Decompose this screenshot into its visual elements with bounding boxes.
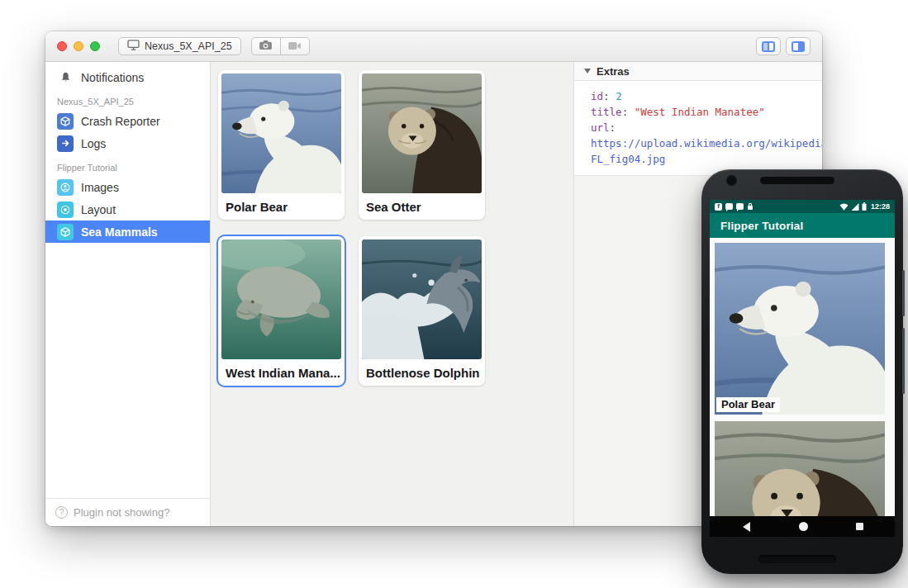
sidebar-item-label: Images: [81, 181, 119, 194]
battery-icon: [862, 200, 867, 214]
sea-mammals-grid: Polar Bear: [211, 62, 574, 526]
lock-icon: [747, 200, 753, 214]
capture-button-group: [251, 37, 310, 55]
message-notification-icon: [725, 203, 733, 210]
sidebar-item-images[interactable]: Images: [45, 176, 210, 198]
sidebar-item-label: Logs: [81, 137, 106, 150]
chevron-down-icon: [584, 69, 591, 74]
bottom-speaker-grille: [758, 555, 836, 563]
device-selector-button[interactable]: Nexus_5X_API_25: [118, 37, 241, 55]
sidebar-item-label: Crash Reporter: [81, 115, 160, 128]
traffic-lights: [57, 41, 100, 51]
camera-icon: [259, 40, 273, 53]
bell-icon: [57, 69, 74, 86]
earpiece-speaker: [760, 177, 834, 184]
sidebar-section-device: Nexus_5X_API_25: [45, 88, 210, 110]
android-nav-bar: [710, 516, 895, 537]
card-title: West Indian Mana...: [218, 359, 345, 380]
polar-bear-image: [221, 74, 341, 193]
cellular-signal-icon: [851, 200, 859, 214]
target-icon: [57, 202, 74, 218]
device-selector-label: Nexus_5X_API_25: [145, 40, 232, 52]
help-icon: ?: [55, 506, 68, 519]
volume-rocker: [902, 328, 905, 394]
screen-record-button[interactable]: [280, 37, 310, 55]
card-sea-otter[interactable]: Sea Otter: [359, 70, 485, 220]
sidebar-item-layout[interactable]: Layout: [45, 198, 210, 220]
facebook-app-icon: f: [715, 203, 722, 211]
back-button[interactable]: [738, 522, 750, 532]
card-west-indian-manatee[interactable]: West Indian Mana...: [218, 236, 345, 386]
toggle-right-sidebar-button[interactable]: [786, 37, 811, 55]
power-button: [902, 270, 905, 316]
manatee-image: [221, 239, 341, 359]
code-line-url-value: https://upload.wikimedia.org/wikipedia/c…: [591, 135, 822, 151]
sidebar-item-logs[interactable]: Logs: [45, 132, 210, 154]
phone-app-content: Polar Bear: [710, 238, 895, 537]
sidebar-item-notifications[interactable]: Notifications: [45, 66, 210, 88]
arrow-right-icon: [57, 135, 74, 152]
sidebar-item-sea-mammals[interactable]: Sea Mammals: [45, 220, 210, 243]
person-circle-icon: [57, 179, 74, 196]
code-line-title: title: "West Indian Manatee": [591, 104, 822, 120]
android-status-bar: f 12:28: [710, 200, 895, 213]
phone-polar-bear-image[interactable]: Polar Bear: [715, 243, 885, 415]
sidebar-item-label: Sea Mammals: [81, 225, 158, 239]
card-polar-bear[interactable]: Polar Bear: [218, 70, 345, 220]
android-app-bar: Flipper Tutorial: [710, 213, 895, 238]
left-panel-icon: [762, 41, 775, 52]
panel-toggle-group: [756, 37, 811, 55]
sidebar-item-label: Layout: [81, 203, 116, 216]
right-panel-icon: [792, 41, 805, 52]
card-title: Sea Otter: [359, 193, 485, 214]
data-inspector[interactable]: id: 2title: "West Indian Manatee"url: ht…: [574, 81, 822, 176]
card-title: Bottlenose Dolphin: [359, 359, 485, 380]
cube-icon: [57, 224, 74, 240]
plugin-sidebar: Notifications Nexus_5X_API_25 Crash Repo…: [45, 62, 211, 526]
sidebar-item-crash-reporter[interactable]: Crash Reporter: [45, 110, 210, 132]
plugin-help-label: Plugin not showing?: [74, 506, 169, 519]
cube-icon: [57, 113, 74, 130]
home-button[interactable]: [799, 522, 808, 531]
card-title: Polar Bear: [218, 193, 345, 214]
window-titlebar: Nexus_5X_API_25: [45, 31, 822, 62]
plugin-help-link[interactable]: ? Plugin not showing?: [45, 498, 210, 526]
code-line-url-value-2: FL_fig04.jpg: [591, 151, 822, 167]
app-bar-title: Flipper Tutorial: [720, 220, 803, 232]
code-line-id: id: 2: [591, 88, 822, 104]
zoom-button[interactable]: [90, 41, 100, 51]
dolphin-image: [362, 239, 482, 359]
recents-button[interactable]: [856, 523, 863, 530]
message-notification-icon: [736, 203, 744, 210]
toggle-left-sidebar-button[interactable]: [756, 37, 781, 55]
android-phone: f 12:28 Flipper Tutorial: [701, 169, 903, 574]
extras-header[interactable]: Extras: [574, 62, 822, 81]
phone-card-label: Polar Bear: [716, 397, 780, 412]
monitor-icon: [127, 40, 140, 53]
close-button[interactable]: [57, 41, 67, 51]
code-line-url-key: url:: [591, 120, 822, 135]
sidebar-item-label: Notifications: [81, 71, 144, 84]
screenshot-button[interactable]: [251, 37, 281, 55]
card-bottlenose-dolphin[interactable]: Bottlenose Dolphin: [359, 236, 485, 386]
front-camera: [728, 177, 735, 184]
wifi-icon: [839, 200, 849, 214]
video-camera-icon: [288, 40, 302, 53]
sidebar-section-app: Flipper Tutorial: [45, 154, 210, 176]
minimize-button[interactable]: [74, 41, 83, 51]
clock-text: 12:28: [871, 202, 890, 211]
phone-screen: f 12:28 Flipper Tutorial: [710, 200, 895, 537]
extras-title: Extras: [597, 65, 630, 78]
sea-otter-image: [362, 74, 482, 193]
